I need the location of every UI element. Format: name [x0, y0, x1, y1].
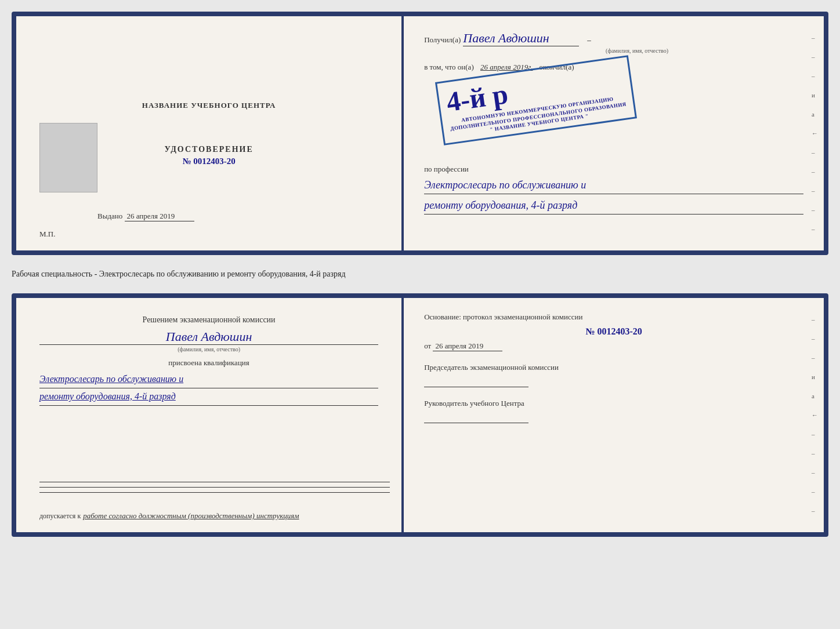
vydano-label: Выдано — [97, 212, 122, 220]
ot-date-value: 26 апреля 2019 — [433, 341, 502, 351]
head-label: Руководитель учебного Центра — [424, 399, 803, 408]
profession-line2: ремонту оборудования, 4-й разряд — [424, 197, 803, 214]
poluchil-label: Получил(a) — [424, 35, 461, 44]
name-subtitle: (фамилия, имя, отчество) — [470, 48, 803, 54]
right-margin-dashes-bottom: – – – и а ← – – – – – — [812, 298, 818, 532]
bottom-doc-left: Решением экзаменационной комиссии Павел … — [16, 298, 404, 532]
bottom-name-subtitle: (фамилия, имя, отчество) — [39, 346, 378, 352]
komissia-title: Решением экзаменационной комиссии — [39, 315, 378, 325]
vtom-label: в том, что он(а) — [424, 63, 474, 71]
poluchil-block: Получил(a) Павел Авдюшин – (фамилия, имя… — [424, 31, 803, 54]
top-doc-right: Получил(a) Павел Авдюшин – (фамилия, имя… — [404, 16, 824, 250]
ot-date-block: от 26 апреля 2019 — [424, 341, 803, 351]
cert-label: УДОСТОВЕРЕНИЕ — [164, 145, 253, 154]
osnovaniye-label: Основание: протокол экзаменационной коми… — [424, 312, 582, 321]
chairman-block: Председатель экзаменационной комиссии — [424, 363, 803, 387]
bottom-left-lines — [39, 482, 390, 497]
sep-line-2 — [39, 487, 390, 488]
dopuskaetsya-text: работе согласно должностным (производств… — [83, 511, 299, 520]
sep-line-3 — [39, 492, 390, 493]
head-sig-line — [424, 423, 528, 423]
vydano-date: 26 апреля 2019 — [125, 212, 194, 221]
chairman-label: Председатель экзаменационной комиссии — [424, 363, 803, 372]
prisvoena-label: присвоена квалификация — [39, 358, 378, 368]
cert-number: № 0012403-20 — [164, 157, 253, 166]
dopuskaetsya-label: допускается к — [39, 512, 81, 520]
chairman-sig-line — [424, 387, 528, 387]
bottom-name: Павел Авдюшин — [39, 329, 378, 345]
mp-label: М.П. — [39, 230, 55, 239]
osnovaniye-block: Основание: протокол экзаменационной коми… — [424, 312, 803, 351]
dopuskaetsya-block: допускается к работе согласно должностны… — [39, 510, 390, 521]
recipient-name: Павел Авдюшин — [463, 31, 579, 46]
profession-label: по профессии — [424, 165, 803, 174]
top-doc-left: НАЗВАНИЕ УЧЕБНОГО ЦЕНТРА УДОСТОВЕРЕНИЕ №… — [16, 16, 404, 250]
top-document: НАЗВАНИЕ УЧЕБНОГО ЦЕНТРА УДОСТОВЕРЕНИЕ №… — [12, 12, 828, 255]
profession-block-top: по профессии Электрослесарь по обслужива… — [424, 165, 803, 214]
right-margin-dashes: – – – и а ← – – – – – — [812, 16, 818, 250]
bottom-profession-line2: ремонту оборудования, 4-й разряд — [39, 388, 378, 406]
bottom-doc-right: Основание: протокол экзаменационной коми… — [404, 298, 824, 532]
photo-placeholder — [39, 123, 97, 192]
middle-text: Рабочая специальность - Электрослесарь п… — [12, 267, 828, 282]
ot-label: от — [424, 341, 431, 350]
sep-line-1 — [39, 482, 390, 482]
page-wrapper: НАЗВАНИЕ УЧЕБНОГО ЦЕНТРА УДОСТОВЕРЕНИЕ №… — [12, 12, 828, 537]
osnovaniye-number: № 0012403-20 — [424, 326, 803, 337]
cert-block: УДОСТОВЕРЕНИЕ № 0012403-20 — [164, 145, 253, 166]
vydano-line: Выдано 26 апреля 2019 — [97, 212, 194, 221]
profession-line1: Электрослесарь по обслуживанию и — [424, 177, 803, 194]
top-left-title: НАЗВАНИЕ УЧЕБНОГО ЦЕНТРА — [142, 101, 276, 110]
bottom-document: Решением экзаменационной комиссии Павел … — [12, 293, 828, 537]
head-block: Руководитель учебного Центра — [424, 399, 803, 423]
bottom-profession-line1: Электрослесарь по обслуживанию и — [39, 371, 378, 388]
